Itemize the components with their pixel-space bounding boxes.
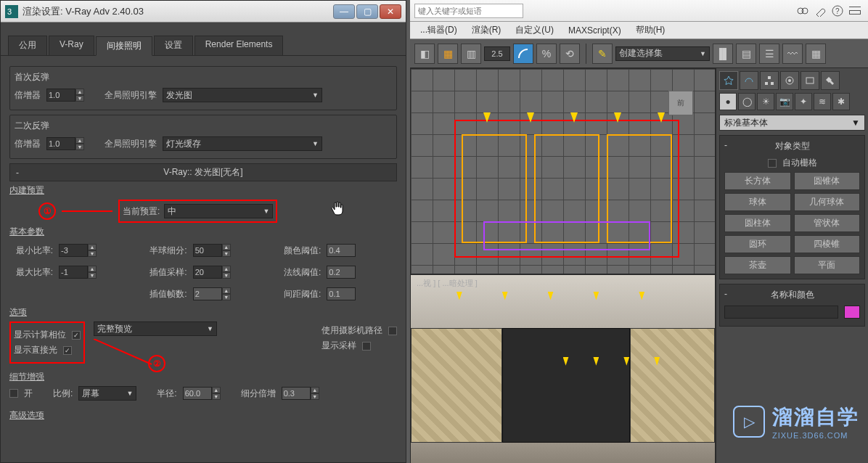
category-dropdown[interactable]: 标准基本体▼ xyxy=(719,115,865,131)
object-name-input[interactable] xyxy=(724,306,838,319)
tool-button[interactable]: ◧ xyxy=(414,44,435,64)
gi-panel: 首次反弹 倍增器 ▲▼ 全局照明引擎 发光图▼ 二次反弹 倍增器 ▲▼ 全局照明… xyxy=(1,56,406,430)
prim-sphere[interactable]: 球体 xyxy=(724,193,791,211)
primary-gi-engine-dropdown[interactable]: 发光图▼ xyxy=(163,88,322,102)
menu-customize[interactable]: 自定义(U) xyxy=(508,24,561,36)
dialog-titlebar[interactable]: 3 渲染设置: V-Ray Adv 2.40.03 — ▢ ✕ xyxy=(1,1,406,22)
shapes-subtab[interactable]: ◯ xyxy=(738,93,756,110)
menu-render[interactable]: 渲染(R) xyxy=(464,24,509,36)
menu-help[interactable]: 帮助(H) xyxy=(629,24,673,36)
primary-multiplier-spinner[interactable]: ▲▼ xyxy=(46,89,84,102)
spinner-snap-button[interactable]: ⟲ xyxy=(560,44,580,64)
primary-multiplier-input[interactable] xyxy=(46,89,75,102)
tab-settings[interactable]: 设置 xyxy=(154,36,193,55)
light-gizmo[interactable] xyxy=(570,112,578,123)
angle-input[interactable] xyxy=(484,46,510,61)
utilities-tab[interactable] xyxy=(821,71,840,90)
align-button[interactable]: ▤ xyxy=(736,44,756,64)
prim-teapot[interactable]: 茶壶 xyxy=(724,256,791,274)
scale-dropdown[interactable]: 屏幕▼ xyxy=(78,386,136,401)
prim-pyramid[interactable]: 四棱锥 xyxy=(794,235,861,253)
show-calc-checkbox[interactable] xyxy=(72,331,81,340)
light-gizmo[interactable] xyxy=(658,112,665,123)
preset-dropdown[interactable]: 中▼ xyxy=(164,204,273,218)
create-tab[interactable] xyxy=(719,71,738,90)
motion-tab[interactable] xyxy=(780,71,799,90)
min-rate-spinner[interactable]: ▲▼ xyxy=(59,244,97,257)
angle-snap-button[interactable] xyxy=(513,44,533,64)
show-direct-checkbox[interactable] xyxy=(63,346,72,355)
light-gizmo[interactable] xyxy=(483,112,491,123)
collapse-icon: - xyxy=(16,168,19,178)
primitive-grid: 长方体 圆锥体 球体 几何球体 圆柱体 管状体 圆环 四棱锥 茶壶 平面 xyxy=(724,172,860,274)
interp-spinner[interactable]: ▲▼ xyxy=(193,266,231,279)
schematic-button[interactable]: ▦ xyxy=(806,44,826,64)
selection-set-dropdown[interactable]: 创建选择集▼ xyxy=(615,46,710,61)
dist-spinner[interactable] xyxy=(327,287,356,300)
cameras-subtab[interactable]: 📷 xyxy=(776,93,793,110)
mirror-tool-button[interactable]: ▐▌ xyxy=(713,44,733,64)
color-swatch[interactable] xyxy=(844,306,860,319)
detail-label: 细节增强 xyxy=(9,371,397,383)
menubar-2: ...辑器(D) 渲染(R) 自定义(U) MAXScript(X) 帮助(H) xyxy=(410,22,868,39)
named-sel-button[interactable]: ▦ xyxy=(438,44,458,64)
percent-snap-button[interactable]: % xyxy=(536,44,557,64)
window-controls-icon[interactable] xyxy=(849,5,861,17)
search-input[interactable] xyxy=(414,4,523,18)
secondary-gi-engine-dropdown[interactable]: 灯光缓存▼ xyxy=(163,136,322,151)
use-camera-checkbox[interactable] xyxy=(388,327,397,335)
show-samples-checkbox[interactable] xyxy=(362,342,371,351)
light-gizmo[interactable] xyxy=(614,112,621,123)
modify-tab[interactable] xyxy=(740,71,758,90)
display-tab[interactable] xyxy=(801,71,819,90)
light-gizmo[interactable] xyxy=(527,112,534,123)
hsph-spinner[interactable]: ▲▼ xyxy=(193,244,231,257)
options-mode-dropdown[interactable]: 完整预览▼ xyxy=(94,321,217,336)
frames-spinner[interactable]: ▲▼ xyxy=(193,287,231,300)
viewport-perspective[interactable]: ...视 ] [ ...暗处理 ] xyxy=(410,274,716,463)
prim-plane[interactable]: 平面 xyxy=(794,256,861,274)
hierarchy-tab[interactable] xyxy=(760,71,779,90)
prim-geosphere[interactable]: 几何球体 xyxy=(794,193,861,211)
tab-render-elements[interactable]: Render Elements xyxy=(195,36,284,55)
lights-subtab[interactable]: ☀ xyxy=(757,93,774,110)
close-button[interactable]: ✕ xyxy=(380,4,401,19)
max-rate-spinner[interactable]: ▲▼ xyxy=(59,266,97,279)
tab-vray[interactable]: V-Ray xyxy=(49,36,94,55)
spacewarps-subtab[interactable]: ≋ xyxy=(814,93,831,110)
clr-spinner[interactable] xyxy=(327,244,356,257)
curve-editor-button[interactable]: 〰 xyxy=(782,44,803,64)
prim-cone[interactable]: 圆锥体 xyxy=(794,172,861,190)
minimize-button[interactable]: — xyxy=(333,4,355,19)
subdiv-spinner[interactable]: ▲▼ xyxy=(282,387,319,400)
edit-sel-button[interactable]: ✎ xyxy=(592,44,613,64)
autogrid-checkbox[interactable] xyxy=(768,159,777,168)
radius-spinner[interactable]: ▲▼ xyxy=(183,387,221,400)
detail-on-checkbox[interactable] xyxy=(9,389,18,398)
maximize-button[interactable]: ▢ xyxy=(356,4,378,19)
secondary-multiplier-spinner[interactable]: ▲▼ xyxy=(46,137,84,150)
menu-editor[interactable]: ...辑器(D) xyxy=(413,24,464,36)
irradiance-rollout-header[interactable]: - V-Ray:: 发光图[无名] xyxy=(9,163,397,181)
helpers-subtab[interactable]: ✦ xyxy=(795,93,812,110)
viewcube[interactable]: 前 xyxy=(668,91,693,115)
binoculars-icon[interactable] xyxy=(797,5,808,17)
mirror-button[interactable]: ▥ xyxy=(461,44,481,64)
menu-maxscript[interactable]: MAXScript(X) xyxy=(561,25,629,36)
tab-gi[interactable]: 间接照明 xyxy=(96,36,152,56)
prim-torus[interactable]: 圆环 xyxy=(724,235,791,253)
systems-subtab[interactable]: ✱ xyxy=(832,93,850,110)
layers-button[interactable]: ☰ xyxy=(759,44,779,64)
options-label: 选项 xyxy=(9,306,397,319)
wrench-icon[interactable] xyxy=(814,5,826,17)
prim-box[interactable]: 长方体 xyxy=(724,172,791,190)
help-icon[interactable]: ? xyxy=(832,5,843,17)
prim-tube[interactable]: 管状体 xyxy=(794,214,861,232)
nrm-spinner[interactable] xyxy=(327,266,356,279)
prim-cylinder[interactable]: 圆柱体 xyxy=(724,214,791,232)
watermark: ▷ 溜溜自学 ZIXUE.3D66.COM xyxy=(733,403,859,440)
dialog-title: 渲染设置: V-Ray Adv 2.40.03 xyxy=(22,5,333,18)
geometry-subtab[interactable]: ● xyxy=(719,93,737,110)
tab-common[interactable]: 公用 xyxy=(8,36,47,55)
viewport-top[interactable]: 前 xyxy=(410,68,716,274)
